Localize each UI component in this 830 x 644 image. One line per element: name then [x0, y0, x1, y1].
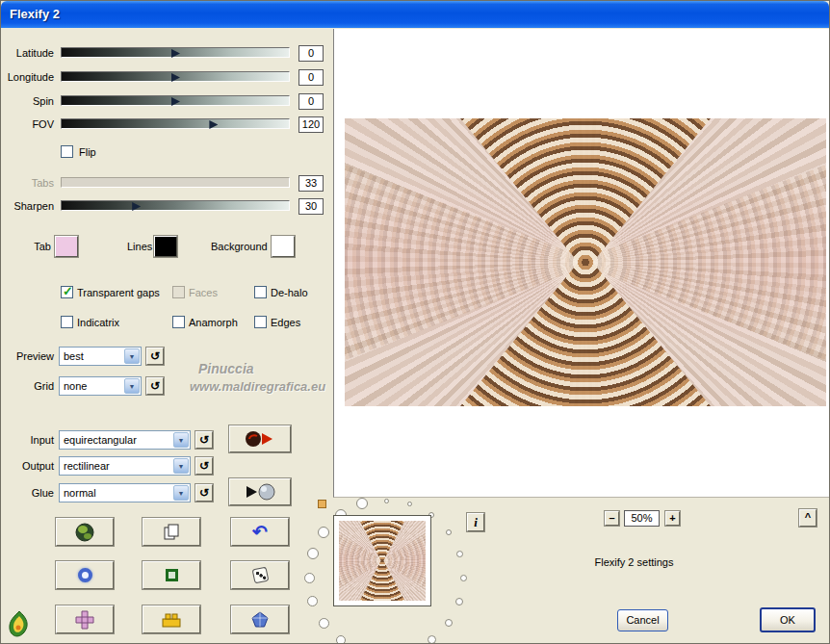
- preview-combo-value: best: [64, 350, 84, 362]
- input-reset-button[interactable]: ↺: [195, 431, 213, 449]
- longitude-slider-thumb[interactable]: [171, 73, 180, 82]
- output-combo-arrow-icon[interactable]: ▼: [173, 458, 189, 474]
- sharpen-slider[interactable]: [61, 200, 290, 211]
- dice-icon: [251, 567, 269, 584]
- memory-dot[interactable]: [336, 635, 346, 644]
- edges-checkbox[interactable]: [254, 316, 267, 328]
- transparent-gaps-label[interactable]: Transparent gaps: [77, 287, 160, 299]
- info-button[interactable]: i: [467, 513, 484, 531]
- output-reset-button[interactable]: ↺: [195, 457, 213, 475]
- memory-dot[interactable]: [455, 598, 463, 605]
- fov-value-field[interactable]: 120: [298, 116, 324, 133]
- tabs-value-field[interactable]: 33: [298, 175, 324, 192]
- flip-checkbox-label[interactable]: Flip: [79, 146, 96, 159]
- dehalo-checkbox[interactable]: [254, 286, 267, 298]
- memory-dot[interactable]: [319, 618, 329, 629]
- edges-label[interactable]: Edges: [271, 317, 300, 329]
- background-color-swatch[interactable]: [272, 236, 295, 257]
- memory-dot[interactable]: [456, 551, 463, 557]
- lego-brick-icon: [161, 610, 182, 630]
- lego-button[interactable]: [143, 605, 200, 633]
- grid-reset-button[interactable]: ↺: [146, 377, 164, 395]
- spin-label: Spin: [1, 95, 54, 108]
- lines-color-swatch[interactable]: [154, 236, 177, 257]
- flip-checkbox[interactable]: [61, 145, 73, 158]
- indicatrix-label[interactable]: Indicatrix: [77, 317, 119, 329]
- spin-slider-thumb[interactable]: [171, 97, 180, 106]
- square-button[interactable]: [143, 561, 200, 589]
- flaming-pear-logo-icon[interactable]: [6, 610, 33, 639]
- preview-canvas[interactable]: [333, 29, 830, 498]
- zoom-out-button[interactable]: –: [605, 511, 619, 526]
- ok-button[interactable]: OK: [760, 607, 816, 632]
- globe-icon: [74, 522, 95, 543]
- preview-reset-button[interactable]: ↺: [146, 348, 164, 365]
- memory-dot[interactable]: [356, 498, 368, 509]
- input-combo[interactable]: equirectangular ▼: [59, 430, 191, 450]
- watermark-line1: Pinuccia: [198, 361, 254, 376]
- memory-dot[interactable]: [307, 596, 318, 606]
- input-combo-arrow-icon[interactable]: ▼: [173, 432, 189, 448]
- spin-value-field[interactable]: 0: [298, 93, 324, 110]
- undo-button[interactable]: ↶: [231, 518, 289, 546]
- anamorph-label[interactable]: Anamorph: [189, 317, 238, 329]
- tab-color-swatch[interactable]: [55, 236, 78, 257]
- preview-image[interactable]: [345, 118, 826, 406]
- gem-button[interactable]: [231, 605, 289, 633]
- indicatrix-checkbox[interactable]: [61, 316, 73, 328]
- sharpen-value-field[interactable]: 30: [298, 198, 324, 215]
- memory-dot[interactable]: [460, 575, 467, 581]
- memory-dot[interactable]: [318, 527, 329, 538]
- memory-dot[interactable]: [407, 502, 412, 506]
- glue-combo-arrow-icon[interactable]: ▼: [173, 485, 189, 501]
- ring-button[interactable]: [56, 561, 114, 589]
- memory-dot[interactable]: [384, 499, 389, 503]
- memory-dot[interactable]: [445, 619, 453, 627]
- faces-checkbox: [172, 286, 185, 298]
- memory-dot[interactable]: [446, 529, 452, 535]
- plus-icon: +: [669, 512, 675, 524]
- latitude-value-field[interactable]: 0: [298, 45, 324, 62]
- grid-combo[interactable]: none ▼: [59, 376, 142, 396]
- memory-dot[interactable]: [428, 635, 436, 644]
- longitude-value-field[interactable]: 0: [298, 69, 324, 86]
- fov-slider[interactable]: [61, 118, 290, 129]
- zoom-in-button[interactable]: +: [665, 511, 680, 526]
- output-combo[interactable]: rectilinear ▼: [59, 456, 191, 476]
- sharpen-slider-thumb[interactable]: [132, 202, 141, 211]
- memory-dot[interactable]: [307, 548, 319, 559]
- preview-combo[interactable]: best ▼: [59, 347, 142, 366]
- latitude-slider[interactable]: [61, 47, 290, 58]
- anamorph-checkbox[interactable]: [172, 316, 185, 328]
- title-bar[interactable]: Flexify 2: [1, 1, 829, 28]
- zoom-level[interactable]: 50%: [624, 510, 660, 527]
- spin-slider[interactable]: [61, 95, 290, 106]
- settings-thumbnail[interactable]: [333, 515, 431, 606]
- dehalo-label[interactable]: De-halo: [271, 287, 308, 299]
- transparent-gaps-checkbox[interactable]: [61, 286, 73, 298]
- thumbnail-image: [339, 521, 426, 601]
- lines-color-label: Lines: [127, 241, 152, 253]
- scroll-up-button[interactable]: ^: [799, 509, 817, 527]
- memory-dot[interactable]: [304, 573, 315, 583]
- ring-icon: [78, 568, 92, 582]
- fov-slider-thumb[interactable]: [209, 120, 218, 129]
- background-color-label: Background: [211, 241, 268, 253]
- latitude-slider-thumb[interactable]: [171, 49, 180, 58]
- random-button[interactable]: [231, 561, 289, 589]
- longitude-slider[interactable]: [61, 71, 290, 82]
- render-button[interactable]: [229, 425, 291, 452]
- play-sphere-icon: [243, 482, 277, 502]
- grid-combo-arrow-icon[interactable]: ▼: [124, 378, 140, 394]
- copy-button[interactable]: [143, 518, 200, 546]
- glue-reset-button[interactable]: ↺: [195, 484, 213, 502]
- apply-button[interactable]: [229, 478, 291, 505]
- reset-icon: ↺: [199, 433, 209, 447]
- globe-button[interactable]: [56, 518, 114, 546]
- memory-dots-handle[interactable]: [318, 500, 326, 508]
- cancel-button[interactable]: Cancel: [617, 609, 668, 631]
- window-title: Flexify 2: [10, 7, 60, 21]
- preview-combo-arrow-icon[interactable]: ▼: [124, 348, 140, 364]
- glue-combo[interactable]: normal ▼: [59, 483, 191, 502]
- cross-button[interactable]: [56, 605, 114, 633]
